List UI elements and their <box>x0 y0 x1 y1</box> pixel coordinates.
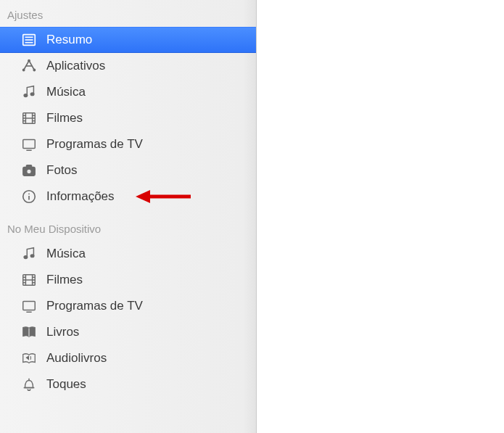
audiobooks-icon <box>20 350 38 367</box>
sidebar-item-label: Música <box>46 85 256 99</box>
sidebar-item-musica[interactable]: Música <box>0 79 256 105</box>
svg-rect-21 <box>26 165 31 168</box>
sidebar-item-device-audiolivros[interactable]: Audiolivros <box>0 345 256 371</box>
tv-icon <box>20 297 38 315</box>
sidebar-item-device-filmes[interactable]: Filmes <box>0 267 256 293</box>
svg-point-6 <box>23 69 25 70</box>
summary-icon <box>20 31 38 49</box>
sidebar-item-label: Filmes <box>46 111 256 125</box>
svg-point-26 <box>24 256 28 259</box>
tv-icon <box>20 136 38 153</box>
sidebar-item-label: Resumo <box>46 33 256 47</box>
sidebar-item-label: Livros <box>46 325 256 339</box>
svg-point-24 <box>28 193 30 194</box>
sidebar-item-programas-tv[interactable]: Programas de TV <box>0 131 256 157</box>
sidebar-item-device-programas-tv[interactable]: Programas de TV <box>0 293 256 319</box>
apps-icon <box>20 57 38 75</box>
section-header-ajustes: Ajustes <box>0 6 256 27</box>
sidebar-item-label: Audiolivros <box>46 351 256 366</box>
svg-point-8 <box>24 94 28 97</box>
music-icon <box>20 245 38 263</box>
sidebar-item-device-livros[interactable]: Livros <box>0 319 256 345</box>
film-icon <box>20 110 38 127</box>
sidebar-item-informacoes[interactable]: Informações <box>0 183 256 210</box>
bell-icon <box>20 376 38 393</box>
svg-point-9 <box>30 93 34 96</box>
music-icon <box>20 83 38 101</box>
info-icon <box>20 188 38 205</box>
svg-point-22 <box>27 169 31 173</box>
sidebar-item-resumo[interactable]: Resumo <box>0 27 256 53</box>
sidebar-item-device-toques[interactable]: Toques <box>0 371 256 397</box>
svg-rect-36 <box>23 302 36 310</box>
sidebar-item-label: Aplicativos <box>46 59 256 73</box>
svg-point-27 <box>30 255 34 257</box>
sidebar-item-label: Filmes <box>46 273 256 287</box>
sidebar-item-aplicativos[interactable]: Aplicativos <box>0 53 256 79</box>
sidebar: Ajustes Resumo Aplicativos <box>0 0 257 433</box>
sidebar-item-device-musica[interactable]: Música <box>0 241 256 267</box>
camera-icon <box>20 162 38 179</box>
film-icon <box>20 271 38 289</box>
sidebar-item-label: Fotos <box>46 163 256 178</box>
sidebar-item-fotos[interactable]: Fotos <box>0 157 256 183</box>
section-header-device: No Meu Dispositivo <box>0 220 256 241</box>
sidebar-item-label: Música <box>46 247 256 261</box>
svg-rect-18 <box>23 140 36 149</box>
svg-point-7 <box>33 69 35 70</box>
sidebar-item-label: Programas de TV <box>46 137 256 152</box>
svg-point-5 <box>28 60 30 62</box>
sidebar-item-filmes[interactable]: Filmes <box>0 105 256 131</box>
sidebar-item-label: Programas de TV <box>46 299 256 313</box>
books-icon <box>20 323 38 341</box>
sidebar-item-label: Toques <box>46 377 256 392</box>
sidebar-item-label: Informações <box>46 189 256 204</box>
